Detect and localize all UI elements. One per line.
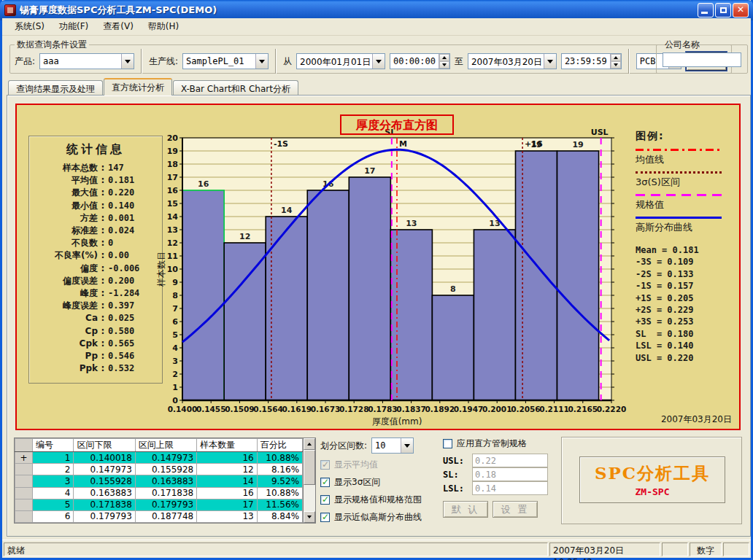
display-option-checkbox[interactable] <box>320 495 330 505</box>
production-line-combobox[interactable]: SamplePL_01 <box>182 53 269 69</box>
status-num-indicator: 数字 <box>690 542 722 556</box>
logo-box: SPC分析工具 ZM-SPC <box>579 456 725 503</box>
query-group-title: 数据查询条件设置 <box>15 39 89 51</box>
minimize-button[interactable] <box>698 3 714 18</box>
bins-count-combobox[interactable]: 10 <box>371 438 414 454</box>
apply-spec-checkbox[interactable] <box>443 439 452 448</box>
tab-2[interactable]: X-Bar Chart和R Chart分析 <box>173 80 298 96</box>
table-header: 区间下限 <box>74 439 135 452</box>
scroll-down-icon[interactable] <box>304 511 315 523</box>
status-datetime: 2007年03月20日 10:25:42 <box>549 542 660 556</box>
logo-title: SPC分析工具 <box>595 462 710 485</box>
menu-item-2[interactable]: 查看(V) <box>96 18 140 35</box>
svg-text:0.2056: 0.2056 <box>511 405 541 413</box>
svg-text:14: 14 <box>167 212 179 222</box>
table-row[interactable]: 30.1559280.163883149.52% <box>15 475 303 487</box>
bins-count-label: 划分区间数: <box>320 440 367 452</box>
to-date-value: 2007年03月20日 <box>468 54 544 69</box>
stat-row: 方差:0.001 <box>34 212 158 225</box>
app-window: 锡膏厚度数据SPC分析工具ZM-SPC(DEMO) ✕ 系统(S)功能(F)查看… <box>0 0 753 560</box>
stat-row: Ppk:0.532 <box>34 362 158 375</box>
svg-text:0.1564: 0.1564 <box>253 405 283 413</box>
product-combobox[interactable]: aaa <box>39 53 134 69</box>
line-value: SamplePL_01 <box>183 54 255 69</box>
scroll-up-icon[interactable] <box>304 438 315 450</box>
restore-button[interactable] <box>715 3 731 18</box>
set-button: 设 置 <box>493 501 538 518</box>
spin-up-icon[interactable] <box>439 54 449 61</box>
spec-field-label: LSL: <box>443 483 468 494</box>
tab-1[interactable]: 直方统计分析 <box>104 78 172 96</box>
svg-text:16: 16 <box>198 179 209 189</box>
checkbox-label: 显示近似高斯分布曲线 <box>334 511 422 524</box>
default-button: 默 认 <box>443 501 488 518</box>
legend-entry: 高斯分布曲线 <box>636 217 739 234</box>
stat-row: 不良数:0 <box>34 237 158 249</box>
tab-0[interactable]: 查询结果显示及处理 <box>8 80 103 96</box>
menu-item-3[interactable]: 帮助(H) <box>142 18 185 35</box>
spin-down-icon[interactable] <box>611 61 621 69</box>
to-time-value: 23:59:59 <box>562 54 610 69</box>
stat-row: Ca:0.025 <box>34 312 158 324</box>
app-icon <box>4 4 16 16</box>
chart-date: 2007年03月20日 <box>661 413 732 426</box>
menu-item-0[interactable]: 系统(S) <box>8 18 51 35</box>
company-name-input[interactable] <box>663 52 741 67</box>
spec-field-label: USL: <box>443 456 468 466</box>
svg-text:0.1455: 0.1455 <box>196 405 226 413</box>
svg-text:9: 9 <box>172 278 178 287</box>
scrollbar-thumb[interactable] <box>304 450 315 485</box>
from-label: 从 <box>283 55 292 68</box>
chevron-down-icon[interactable] <box>121 54 134 69</box>
table-row[interactable]: 60.1797930.187748138.84% <box>15 510 303 522</box>
table-row[interactable]: 20.1479730.155928128.16% <box>15 464 303 475</box>
to-date-picker[interactable]: 2007年03月20日 <box>468 53 557 69</box>
chart-legend: 图例: 均值线3σ(S)区间规格值高斯分布曲线 Mean = 0.181-3S … <box>636 130 739 364</box>
svg-text:0.2001: 0.2001 <box>482 405 512 413</box>
svg-text:8: 8 <box>172 291 178 300</box>
svg-text:5: 5 <box>172 330 178 340</box>
title-bar: 锡膏厚度数据SPC分析工具ZM-SPC(DEMO) ✕ <box>0 0 753 20</box>
table-row[interactable]: 50.1718380.1797931711.56% <box>15 499 303 510</box>
svg-text:14: 14 <box>281 206 293 215</box>
table-header: 编号 <box>33 439 74 452</box>
svg-text:M: M <box>399 139 407 149</box>
menu-bar: 系统(S)功能(F)查看(V)帮助(H) <box>2 18 751 36</box>
histogram-chart: 1612141617138131919012345678910111213141… <box>155 106 637 430</box>
product-value: aaa <box>40 54 121 69</box>
table-row[interactable]: +10.1400180.1479731610.88% <box>15 452 303 464</box>
stat-row: 偏度误差:0.200 <box>34 275 158 287</box>
stat-row: 峰度:-1.284 <box>34 287 158 300</box>
chevron-down-icon[interactable] <box>255 54 268 69</box>
statistics-box: 统计信息 样本总数:147平均值:0.181最大值:0.220最小值:0.140… <box>28 136 163 384</box>
table-row[interactable]: 40.1638830.1718381610.88% <box>15 487 303 499</box>
svg-text:0.2111: 0.2111 <box>539 405 569 413</box>
from-date-picker[interactable]: 2000年01月01日 <box>296 53 385 69</box>
chevron-down-icon[interactable] <box>372 54 385 69</box>
svg-text:19: 19 <box>572 140 583 149</box>
to-time-spinner[interactable]: 23:59:59 <box>561 53 622 69</box>
status-bar: 就绪 2007年03月20日 10:25:42 数字 <box>2 540 751 558</box>
stat-row: 最小值:0.140 <box>34 200 158 212</box>
svg-text:10: 10 <box>167 265 179 274</box>
status-cell <box>662 542 688 556</box>
spin-down-icon[interactable] <box>439 61 449 69</box>
svg-text:19: 19 <box>167 147 178 156</box>
chevron-down-icon[interactable] <box>544 54 556 69</box>
display-option-checkbox[interactable] <box>320 513 330 522</box>
histogram-panel: 统计信息 样本总数:147平均值:0.181最大值:0.220最小值:0.140… <box>15 104 741 430</box>
menu-item-1[interactable]: 功能(F) <box>53 18 95 35</box>
chevron-down-icon[interactable] <box>401 438 413 453</box>
divider <box>141 49 142 74</box>
table-scrollbar[interactable] <box>303 438 315 523</box>
display-option-checkbox[interactable] <box>320 478 330 487</box>
from-time-spinner[interactable]: 00:00:00 <box>390 53 450 69</box>
svg-text:3: 3 <box>172 357 178 366</box>
svg-text:6: 6 <box>172 317 178 327</box>
query-settings-group: 数据查询条件设置 产品: aaa 生产线: SamplePL_01 从 2000… <box>9 39 732 74</box>
svg-text:12: 12 <box>167 238 178 248</box>
spec-field-input <box>472 454 548 467</box>
spin-up-icon[interactable] <box>611 54 621 61</box>
close-button[interactable]: ✕ <box>733 3 749 18</box>
checkbox-label: 显示3σ区间 <box>334 476 380 489</box>
